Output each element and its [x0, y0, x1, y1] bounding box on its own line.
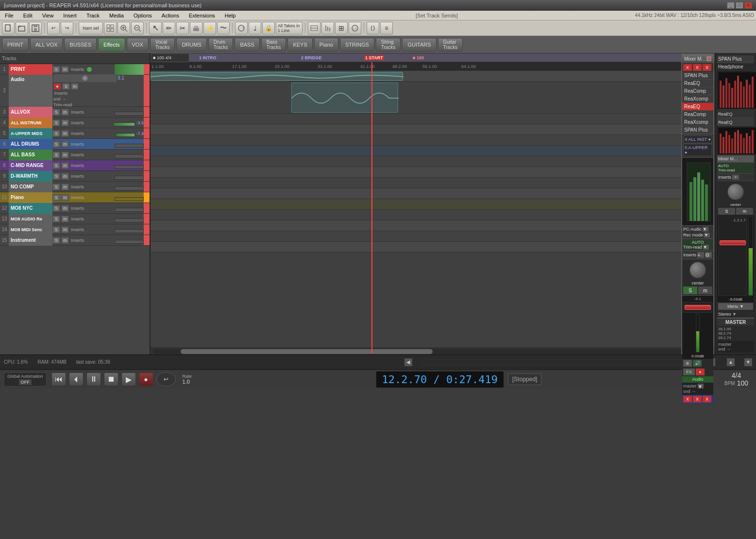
track-name-3[interactable]: ALLVOX	[9, 107, 52, 118]
track-insert-7[interactable]: Inserts	[70, 152, 85, 157]
track-end-14[interactable]	[144, 224, 150, 235]
track-insert-14[interactable]: Inserts	[70, 227, 85, 232]
tb-misc1[interactable]	[308, 22, 320, 34]
menu-view[interactable]: View	[39, 12, 57, 19]
set-track-sends[interactable]: [Set Track Sends]	[413, 12, 461, 19]
menu-media[interactable]: Media	[106, 12, 127, 19]
track-mute-3[interactable]: m	[61, 109, 69, 116]
mixer-track-4[interactable]: 4:ALL INST ●	[683, 135, 712, 143]
track-mute-1[interactable]: m	[61, 66, 69, 73]
fx-span-plus-2[interactable]: SPAN Plus	[682, 126, 713, 134]
track-2-rec[interactable]: ●	[53, 83, 61, 90]
track-vol-11[interactable]	[115, 197, 144, 201]
track-2-mute[interactable]: m	[71, 83, 79, 90]
pause-button[interactable]: ⏸	[86, 372, 101, 386]
tb-misc5[interactable]: ⟨⟩	[367, 22, 379, 34]
automation-mode[interactable]: OFF	[19, 379, 32, 385]
fx-reacomp-1[interactable]: ReaComp	[682, 87, 713, 95]
track-mute-13[interactable]: m	[61, 216, 69, 222]
track-vol-12[interactable]	[115, 208, 144, 212]
menu-btn-right[interactable]: Menu ▼	[718, 303, 753, 310]
track-solo-14[interactable]: S	[52, 226, 60, 233]
inserts-right-btn[interactable]: +	[732, 175, 739, 180]
fx-bass-tracks[interactable]: BassTracks	[261, 38, 286, 51]
menu-actions[interactable]: Actions	[159, 12, 182, 19]
track-name-4[interactable]: ALL INSTRUMI	[9, 118, 52, 128]
mixer-close-x3[interactable]: X	[703, 64, 711, 71]
h-scroll-track[interactable]	[152, 349, 713, 354]
arrange-track-6[interactable]	[151, 146, 715, 156]
track-end-13[interactable]	[144, 214, 150, 224]
fx-reaxcomp-1[interactable]: ReaXcomp	[682, 95, 713, 103]
tb-misc6[interactable]: ≡	[380, 22, 393, 34]
scroll-left[interactable]: ◀	[404, 358, 412, 366]
mixer-x2[interactable]: X	[693, 396, 702, 403]
tb-snap[interactable]: Nam sel	[79, 22, 103, 34]
track-vol-7[interactable]	[115, 154, 144, 158]
track-vol-5[interactable]	[116, 133, 135, 137]
track-vol-3[interactable]	[115, 112, 144, 116]
arrange-track-1[interactable]	[151, 71, 715, 82]
track-end-11[interactable]	[144, 192, 150, 202]
scroll-bar-main[interactable]	[422, 359, 698, 365]
fx-vocal-tracks[interactable]: VocalTracks	[150, 38, 175, 51]
stereo-btn[interactable]: ▼	[732, 312, 737, 317]
mixer-audio-label[interactable]: Audio	[682, 376, 713, 382]
tb-split[interactable]: ⚡	[203, 22, 216, 34]
track-end-12[interactable]	[144, 203, 150, 213]
tb-zoom-out[interactable]	[131, 22, 144, 34]
arrange-track-11[interactable]	[151, 199, 715, 210]
track-solo-13[interactable]: S	[52, 216, 60, 222]
fx-print[interactable]: PRINT	[2, 38, 29, 51]
h-scrollbar[interactable]	[151, 348, 715, 354]
clip-1[interactable]	[151, 72, 403, 81]
track-name-9[interactable]: D-WARMTH	[9, 171, 52, 182]
tb-misc3[interactable]: ⊞	[335, 22, 348, 34]
mixer-x1[interactable]: X	[683, 396, 692, 403]
tb-grid[interactable]	[104, 22, 117, 34]
track-mute-10[interactable]: m	[61, 184, 69, 190]
fx-reaeq-1[interactable]: ReaEQ	[682, 80, 713, 87]
rewind-button[interactable]: ⏮	[51, 372, 66, 386]
track-mute-11[interactable]: m	[61, 194, 69, 201]
track-end-3[interactable]	[144, 107, 150, 117]
arrange-track-8[interactable]	[151, 167, 715, 178]
track-name-14[interactable]: MO8 MIDI Senc	[9, 224, 52, 235]
mixer-pc-btn[interactable]: ▼	[703, 227, 708, 232]
track-2-volknob[interactable]	[53, 74, 117, 82]
fx-reaxcomp-2[interactable]: ReaXcomp	[682, 118, 713, 126]
fx-guitar-tracks[interactable]: GuitarTracks	[438, 38, 463, 51]
arrange-track-15[interactable]	[151, 242, 715, 253]
arrange-track-13[interactable]	[151, 220, 715, 231]
tb-zoom-in[interactable]	[118, 22, 130, 34]
tb-undo[interactable]: ↩	[47, 22, 60, 34]
track-end-15[interactable]	[144, 235, 150, 245]
s-btn-right[interactable]: S	[718, 208, 735, 215]
mixer-fx-btn[interactable]: FX	[683, 369, 695, 375]
track-insert-12[interactable]: Inserts	[70, 206, 85, 211]
track-vol-15[interactable]	[115, 240, 144, 244]
tb-lock[interactable]: 🔒	[262, 22, 275, 34]
reaeq-item-1[interactable]: ReaEQ	[717, 110, 754, 118]
track-solo-8[interactable]: S	[52, 162, 60, 169]
fx-allvox[interactable]: ALL VOX	[30, 38, 63, 51]
mixer-recmode-btn[interactable]: ▼	[704, 233, 710, 237]
fx-piano[interactable]: Piano	[314, 38, 338, 51]
track-solo-5[interactable]: S	[52, 130, 60, 137]
tb-new[interactable]	[2, 22, 15, 34]
mixer-pan-knob[interactable]	[689, 261, 706, 279]
tb-loop[interactable]	[235, 22, 248, 34]
fader-knob-right[interactable]	[720, 240, 746, 245]
tb-misc4[interactable]: LT	[349, 22, 361, 34]
tb-select[interactable]: ↖	[149, 22, 162, 34]
track-vol-9[interactable]	[115, 176, 144, 180]
fx-guitars[interactable]: GUITARS	[402, 38, 436, 51]
tb-metronome[interactable]: ♩	[249, 22, 261, 34]
scroll-down[interactable]: ▼	[744, 358, 752, 366]
track-name-1[interactable]: PRINT	[9, 64, 52, 75]
mixer-inserts-btn[interactable]: +	[697, 252, 704, 258]
track-insert-4[interactable]: Inserts	[70, 120, 85, 125]
prev-button[interactable]: ⏴	[69, 372, 84, 386]
track-end-7[interactable]	[144, 150, 150, 160]
fx-vox[interactable]: VOX	[127, 38, 149, 51]
